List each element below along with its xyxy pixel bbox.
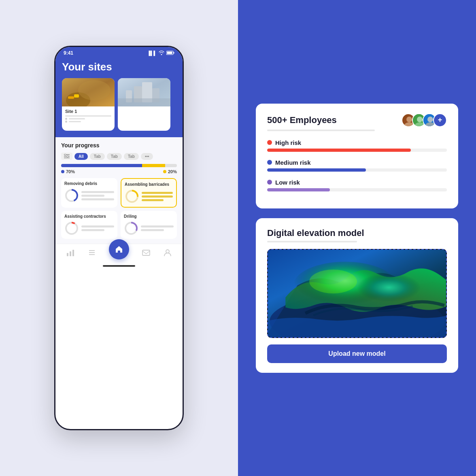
task-card-assisting-contractors[interactable]: Assisting contractors [61, 211, 117, 239]
nav-user-icon[interactable] [163, 248, 172, 259]
donut-chart-yellow [125, 189, 139, 204]
risk-text-medium: Medium risk [275, 159, 311, 166]
risk-bar-high [267, 149, 411, 152]
task-lines-4 [141, 225, 174, 231]
right-panel: 500+ Employees + High risk [238, 0, 476, 476]
task-title-3: Assisting contractors [64, 214, 114, 219]
dem-card: Digital elevation model [256, 218, 458, 373]
svg-point-17 [64, 154, 66, 155]
filter-tab-3[interactable]: Tab [107, 153, 122, 160]
task-line-1a [81, 191, 114, 193]
employees-title: 500+ Employees [267, 115, 337, 125]
yellow-label: 20% [163, 169, 177, 174]
home-indicator [55, 263, 183, 269]
dem-image-container [267, 249, 447, 338]
svg-rect-28 [70, 251, 71, 256]
sites-row: Site 1 [62, 78, 176, 131]
arc-chart-red [64, 221, 79, 236]
battery-icon [166, 51, 174, 56]
task-line-3a [81, 225, 114, 227]
task-inner-1 [64, 188, 114, 203]
svg-rect-29 [72, 250, 74, 256]
svg-rect-33 [142, 250, 150, 255]
wifi-icon [159, 51, 164, 56]
risk-bar-track-low [267, 188, 447, 191]
site-card-1[interactable]: Site 1 [62, 78, 115, 131]
task-card-removing-debris[interactable]: Removing debris [61, 178, 117, 208]
task-line-3b [81, 229, 104, 231]
signal-icon: ▐▌▌ [147, 51, 157, 55]
phone-header: Your sites [55, 57, 183, 137]
risk-label-medium: Medium risk [267, 159, 447, 166]
avatar-group: + [402, 113, 447, 127]
dot-2 [65, 121, 67, 123]
task-line-2b [142, 196, 173, 198]
employees-header: 500+ Employees + [267, 113, 447, 127]
risk-label-high: High risk [267, 139, 447, 146]
nav-chart-icon[interactable] [66, 248, 75, 259]
dot-line-2 [69, 121, 81, 122]
task-title-2: Assembling barricades [125, 182, 173, 187]
site-1-image [62, 78, 115, 106]
nav-list-icon[interactable] [87, 248, 96, 259]
site-1-body: Site 1 [62, 106, 115, 125]
svg-rect-6 [68, 96, 74, 99]
upload-new-model-button[interactable]: Upload new model [267, 344, 447, 363]
dem-title: Digital elevation model [267, 228, 447, 238]
phone-body: Your progress All Tab Tab Tab ••• [55, 137, 183, 244]
phone-mockup: 9:41 ▐▌▌ Your sites [54, 46, 184, 430]
svg-point-7 [78, 80, 110, 100]
risk-item-low: Low risk [267, 179, 447, 191]
task-title-4: Driling [124, 214, 174, 219]
risk-bar-medium [267, 168, 366, 172]
task-lines-3 [81, 225, 114, 231]
dot-line-1 [69, 118, 85, 119]
risk-bar-low [267, 188, 330, 191]
dem-image [268, 250, 446, 337]
header-title: Your sites [62, 61, 176, 73]
svg-point-23 [66, 223, 77, 234]
nav-home-button[interactable] [109, 239, 129, 259]
task-lines-2 [142, 192, 173, 201]
filter-icon[interactable] [61, 153, 72, 160]
task-grid-2: Assisting contractors Driling [61, 211, 177, 239]
phone-nav [55, 244, 183, 263]
task-line-1b [81, 195, 104, 197]
svg-point-34 [166, 250, 169, 253]
filter-tab-2[interactable]: Tab [90, 153, 105, 160]
home-bar [103, 265, 135, 267]
risk-bar-track-high [267, 149, 447, 152]
svg-point-41 [427, 117, 433, 122]
filter-tab-all[interactable]: All [74, 153, 88, 160]
add-avatar-button[interactable]: + [433, 113, 447, 127]
task-line-4b [141, 229, 164, 231]
risk-dot-medium [267, 160, 272, 165]
blue-label: 70% [61, 169, 75, 174]
task-inner-2 [125, 189, 173, 204]
risk-dot-low [267, 180, 272, 185]
svg-rect-27 [67, 253, 68, 256]
employees-card: 500+ Employees + High risk [256, 104, 458, 208]
svg-rect-1 [174, 52, 174, 53]
progress-yellow-fill [142, 164, 165, 167]
status-icons: ▐▌▌ [147, 51, 174, 56]
risk-item-high: High risk [267, 139, 447, 152]
svg-point-35 [406, 117, 412, 122]
filter-tab-4[interactable]: Tab [124, 153, 139, 160]
progress-labels: 70% 20% [61, 169, 177, 174]
nav-mail-icon[interactable] [142, 248, 151, 259]
task-inner-3 [64, 221, 114, 236]
donut-chart-blue [64, 188, 79, 203]
site-1-dots [65, 118, 111, 120]
svg-point-18 [67, 155, 68, 157]
task-line-2c [142, 199, 164, 201]
svg-point-38 [417, 117, 423, 122]
site-card-2[interactable] [118, 78, 170, 131]
task-card-driling[interactable]: Driling [121, 211, 177, 239]
filter-tab-5[interactable]: ••• [141, 153, 153, 160]
risk-bar-track-medium [267, 168, 447, 172]
svg-point-47 [309, 270, 357, 293]
task-inner-4 [124, 221, 174, 236]
site-1-line-1 [65, 115, 111, 117]
task-card-assembling-barricades[interactable]: Assembling barricades [121, 178, 177, 208]
